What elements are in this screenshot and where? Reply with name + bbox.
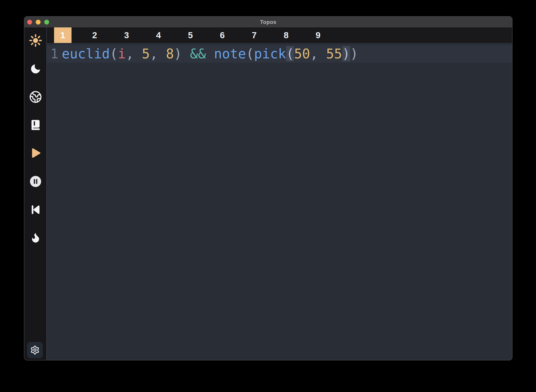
maximize-button[interactable] <box>44 20 49 24</box>
tab-label: 5 <box>188 28 193 43</box>
tab-6[interactable]: 6 <box>206 28 239 43</box>
tab-8[interactable]: 8 <box>270 28 302 43</box>
code-token <box>206 46 214 61</box>
line-number: 1 <box>50 45 58 63</box>
flame-button[interactable] <box>29 231 42 244</box>
code-token: i <box>118 46 126 61</box>
code-token: ) <box>174 46 182 61</box>
code-token: , <box>126 46 142 61</box>
tab-label: 3 <box>124 28 129 43</box>
tab-9[interactable]: 9 <box>302 28 334 43</box>
tab-5[interactable]: 5 <box>174 28 206 43</box>
code-token: pick <box>254 46 286 61</box>
code-token: ) <box>350 46 358 61</box>
gear-icon <box>30 345 40 355</box>
code-token: 5 <box>142 46 150 61</box>
flame-icon <box>29 232 42 243</box>
sun-icon <box>29 34 42 47</box>
code-token: 50 <box>294 46 310 61</box>
code-token: , <box>150 46 166 61</box>
code-token: ( <box>286 46 294 61</box>
tab-label: 8 <box>284 28 289 43</box>
code-token: euclid <box>62 46 110 61</box>
minimize-button[interactable] <box>36 20 41 24</box>
traffic-lights <box>27 17 49 28</box>
sidebar <box>24 28 47 360</box>
code-token: , <box>310 46 326 61</box>
tab-1[interactable]: 1 <box>47 28 79 43</box>
tab-label: 4 <box>156 28 161 43</box>
theme-dark-button[interactable] <box>29 62 42 75</box>
pause-button[interactable] <box>29 175 42 188</box>
skip-back-icon <box>29 204 42 216</box>
code-editor[interactable]: 1 euclid(i, 5, 8) && note(pick(50, 55)) <box>47 43 512 360</box>
code-token: note <box>214 46 246 61</box>
code-token: ( <box>246 46 254 61</box>
book-icon <box>29 119 42 131</box>
tab-2[interactable]: 2 <box>79 28 111 43</box>
play-button[interactable] <box>29 147 42 159</box>
code-token: 55 <box>326 46 342 61</box>
tab-7[interactable]: 7 <box>238 28 270 43</box>
tab-label: 2 <box>92 28 97 43</box>
tab-bar: 123456789 <box>47 28 512 43</box>
tab-4[interactable]: 4 <box>143 28 175 43</box>
pause-icon <box>29 175 42 188</box>
code-token: ( <box>110 46 118 61</box>
theme-light-button[interactable] <box>29 34 42 47</box>
code-line-1[interactable]: 1 euclid(i, 5, 8) && note(pick(50, 55)) <box>47 45 512 63</box>
desktop-background: Topos <box>0 0 536 392</box>
rewind-button[interactable] <box>29 203 42 216</box>
globe-button[interactable] <box>29 91 42 103</box>
tab-label: 7 <box>252 28 257 43</box>
code-token: && <box>190 46 206 61</box>
tab-label: 6 <box>220 28 225 43</box>
close-button[interactable] <box>27 20 32 24</box>
code-token: ) <box>342 46 350 61</box>
code-token: 8 <box>166 46 174 61</box>
tab-label: 1 <box>54 28 72 43</box>
tab-label: 9 <box>316 28 321 43</box>
code-text: euclid(i, 5, 8) && note(pick(50, 55)) <box>62 45 358 63</box>
tab-3[interactable]: 3 <box>111 28 143 43</box>
code-token <box>182 46 190 61</box>
window-title: Topos <box>260 19 277 25</box>
docs-button[interactable] <box>29 119 42 131</box>
settings-button[interactable] <box>27 342 43 358</box>
moon-icon <box>29 63 42 75</box>
title-bar[interactable]: Topos <box>24 17 512 28</box>
globe-icon <box>29 91 42 103</box>
app-window: Topos <box>24 16 512 360</box>
play-icon <box>29 146 42 160</box>
